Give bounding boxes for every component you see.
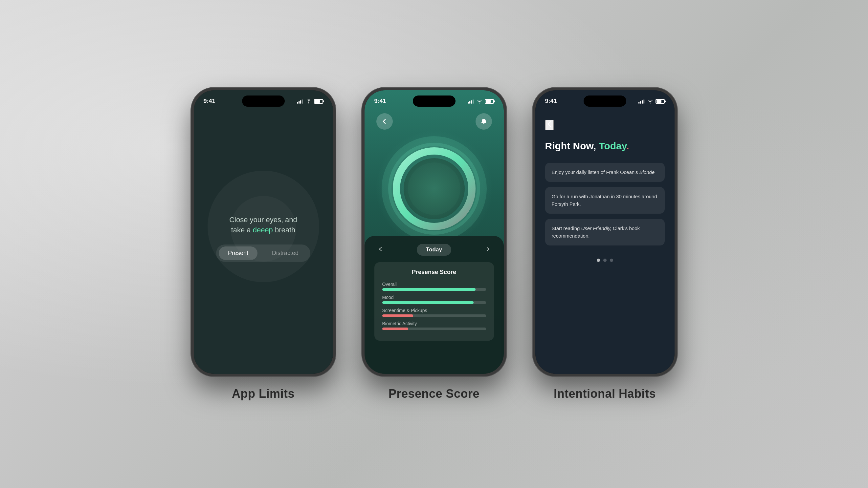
svg-point-19 <box>650 102 651 103</box>
battery-icon-1 <box>314 99 323 104</box>
status-time-3: 9:41 <box>545 98 557 105</box>
habit-text-1: Enjoy your daily listen of Frank Ocean's… <box>552 169 658 176</box>
wifi-icon-2 <box>476 99 483 104</box>
phone1-frame: 9:41 <box>191 88 336 377</box>
svg-rect-16 <box>640 101 641 104</box>
title-part2-green: Today <box>599 140 626 151</box>
score-bar-bg-overall <box>382 288 486 291</box>
score-label-biometric: Biometric Activity <box>382 321 486 326</box>
score-label-screentime: Screentime & Pickups <box>382 308 486 313</box>
score-label-overall: Overall <box>382 282 486 287</box>
score-label-mood: Mood <box>382 295 486 300</box>
phone2-frame: 9:41 <box>362 88 506 377</box>
status-icons-3 <box>639 99 665 104</box>
presence-ring <box>382 136 487 241</box>
date-navigation: Today <box>374 244 494 256</box>
svg-point-9 <box>479 102 480 103</box>
score-row-screentime: Screentime & Pickups <box>382 308 486 317</box>
habit-card-2: Go for a run with Jonathan in 30 minutes… <box>545 187 665 214</box>
score-row-biometric: Biometric Activity <box>382 321 486 330</box>
phone2-nav <box>365 113 504 130</box>
dynamic-island-3 <box>584 96 626 107</box>
current-date-label: Today <box>417 244 451 256</box>
habit-text-3: Start reading User Friendly, Clark's boo… <box>552 225 658 239</box>
dot-1 <box>597 259 600 262</box>
title-part1: Right Now, <box>545 140 599 151</box>
svg-rect-5 <box>468 102 469 103</box>
wifi-icon-3 <box>647 99 654 104</box>
score-bar-fill-biometric <box>382 327 408 330</box>
signal-icon-2 <box>468 99 474 104</box>
back-arrow-icon <box>381 118 388 125</box>
dot-3 <box>610 259 613 262</box>
phone3-frame: 9:41 <box>533 88 677 377</box>
signal-icon-3 <box>639 99 645 104</box>
back-button-3[interactable] <box>545 120 554 130</box>
svg-rect-3 <box>302 99 303 104</box>
score-bar-fill-screentime <box>382 315 413 317</box>
svg-rect-1 <box>299 101 300 104</box>
dynamic-island-2 <box>413 96 456 107</box>
phone3-label: Intentional Habits <box>554 387 656 401</box>
text-normal-2: breath <box>273 226 296 234</box>
habit-text-2: Go for a run with Jonathan in 30 minutes… <box>552 193 658 208</box>
phone1-label: App Limits <box>232 387 294 401</box>
title-period: . <box>626 140 629 151</box>
svg-rect-8 <box>473 99 473 104</box>
phone1-screen: 9:41 <box>194 90 333 374</box>
back-button-2[interactable] <box>376 113 393 130</box>
score-bar-bg-biometric <box>382 327 486 330</box>
phone2-label: Presence Score <box>389 387 479 401</box>
signal-icon-1 <box>297 99 304 104</box>
svg-rect-7 <box>471 100 472 103</box>
dot-2 <box>603 259 607 262</box>
phone1-main-text: Close your eyes, andtake a deeep breath <box>229 215 297 235</box>
score-bar-bg-screentime <box>382 315 486 317</box>
score-card-title: Presense Score <box>382 269 486 276</box>
status-icons-1 <box>297 99 323 104</box>
battery-icon-3 <box>655 99 665 104</box>
score-card: Presense Score Overall Mood <box>374 262 494 340</box>
svg-rect-18 <box>643 99 644 104</box>
battery-icon-2 <box>485 99 494 104</box>
score-bar-fill-mood <box>382 301 473 304</box>
page-dots <box>545 259 665 262</box>
distracted-button[interactable]: Distracted <box>263 247 308 260</box>
svg-rect-0 <box>297 102 298 103</box>
phone2-screen: 9:41 <box>365 90 504 374</box>
bell-icon <box>480 118 487 125</box>
phone3-wrapper: 9:41 <box>533 88 677 401</box>
ring-glow <box>375 130 493 248</box>
score-bar-fill-overall <box>382 288 475 291</box>
present-button[interactable]: Present <box>219 247 257 260</box>
phone1-button-group: Present Distracted <box>216 245 310 262</box>
habit-card-3: Start reading User Friendly, Clark's boo… <box>545 219 665 246</box>
next-date-button[interactable] <box>485 246 491 254</box>
habit-card-1: Enjoy your daily listen of Frank Ocean's… <box>545 163 665 182</box>
phone3-screen: 9:41 <box>535 90 675 374</box>
phone1-content: Close your eyes, andtake a deeep breath … <box>216 215 310 262</box>
text-highlight-green: deeep <box>253 226 273 234</box>
phones-container: 9:41 <box>191 88 677 401</box>
svg-rect-6 <box>469 101 470 104</box>
phone2-bottom-panel: Today Presense Score Overall <box>365 236 504 374</box>
prev-date-button[interactable] <box>378 246 383 254</box>
status-time-2: 9:41 <box>374 98 386 105</box>
status-time-1: 9:41 <box>204 98 215 105</box>
svg-rect-17 <box>642 100 643 103</box>
svg-point-4 <box>308 102 309 103</box>
score-row-mood: Mood <box>382 295 486 304</box>
score-bar-bg-mood <box>382 301 486 304</box>
phone1-wrapper: 9:41 <box>191 88 336 401</box>
svg-rect-2 <box>300 100 301 103</box>
dynamic-island-1 <box>242 96 285 107</box>
phone2-wrapper: 9:41 <box>362 88 506 401</box>
wifi-icon-1 <box>305 99 312 104</box>
score-row-overall: Overall <box>382 282 486 291</box>
status-icons-2 <box>468 99 494 104</box>
notification-button[interactable] <box>475 113 492 130</box>
phone3-title: Right Now, Today. <box>545 139 665 152</box>
svg-rect-15 <box>639 102 640 103</box>
